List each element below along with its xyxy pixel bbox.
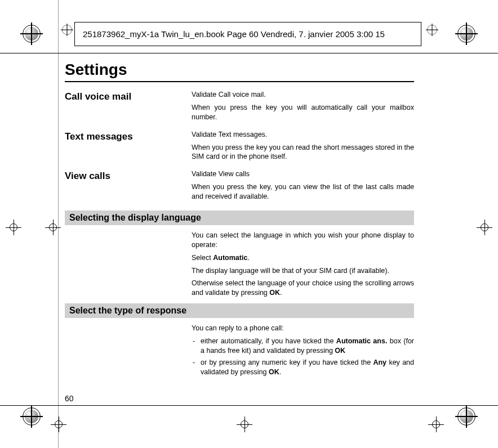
item-text-messages: Text messages Validate Text messages. Wh…: [65, 130, 414, 165]
footer-rule: [0, 405, 498, 406]
registration-mark-icon: [455, 405, 478, 428]
header-meta-box: 251873962_myX-1a Twin_lu_en.book Page 60…: [74, 22, 421, 46]
item-label: Text messages: [65, 130, 192, 165]
bullet-list: either automatically, if you have ticked…: [192, 337, 414, 377]
item-call-voice-mail: Call voice mail Validate Call voice mail…: [65, 90, 414, 126]
text-bold: Any: [373, 359, 386, 366]
registration-mark-icon: [455, 23, 478, 45]
item-label: Call voice mail: [65, 90, 192, 126]
paragraph: You can select the language in which you…: [192, 231, 414, 250]
item-line: Validate Text messages.: [192, 130, 414, 140]
section-heading-response-type: Select the type of response: [65, 303, 414, 318]
text-bold: Automatic ans.: [336, 337, 388, 345]
registration-mark-small-icon: [61, 24, 73, 36]
paragraph: Select Automatic.: [192, 253, 414, 263]
item-line: When you press the key you will automati…: [192, 103, 414, 122]
text-bold: Automatic: [213, 254, 247, 262]
registration-mark-icon: [20, 405, 43, 428]
section-body-response-type: You can reply to a phone call: either au…: [192, 324, 414, 377]
page-body: Settings Call voice mail Validate Call v…: [65, 61, 414, 379]
item-text: Validate View calls When you press the k…: [192, 169, 414, 205]
text: or by pressing any numeric key if you ha…: [201, 359, 373, 366]
header-meta-text: 251873962_myX-1a Twin_lu_en.book Page 60…: [83, 29, 385, 39]
item-line: When you press the key, you can view the…: [192, 182, 414, 201]
page-number: 60: [65, 394, 74, 403]
item-view-calls: View calls Validate View calls When you …: [65, 169, 414, 205]
section-body-display-language: You can select the language in which you…: [192, 231, 414, 298]
top-rule: [0, 53, 498, 53]
registration-mark-small-icon: [426, 24, 438, 36]
item-line: Validate Call voice mail.: [192, 90, 414, 100]
text-bold: OK: [335, 347, 345, 355]
text: .: [247, 254, 249, 262]
text: Otherwise select the language of your ch…: [192, 279, 414, 297]
left-margin-rule: [58, 0, 59, 448]
item-line: Validate View calls: [192, 169, 414, 179]
list-item: or by pressing any numeric key if you ha…: [192, 358, 414, 377]
text: either automatically, if you have ticked…: [201, 337, 336, 345]
paragraph: Otherwise select the language of your ch…: [192, 279, 414, 298]
text-bold: OK: [269, 368, 279, 376]
page-title: Settings: [65, 61, 414, 79]
title-rule: [65, 81, 414, 82]
list-item: either automatically, if you have ticked…: [192, 337, 414, 356]
text: Select: [192, 254, 213, 262]
item-label: View calls: [65, 169, 192, 205]
text: .: [279, 368, 281, 376]
paragraph: The display language will be that of you…: [192, 266, 414, 276]
section-heading-display-language: Selecting the display language: [65, 210, 414, 225]
item-text: Validate Text messages. When you press t…: [192, 130, 414, 165]
text-bold: OK: [269, 289, 280, 297]
registration-mark-icon: [20, 23, 43, 45]
item-text: Validate Call voice mail. When you press…: [192, 90, 414, 126]
paragraph: You can reply to a phone call:: [192, 324, 414, 333]
text: .: [280, 289, 282, 297]
item-line: When you press the key you can read the …: [192, 143, 414, 162]
